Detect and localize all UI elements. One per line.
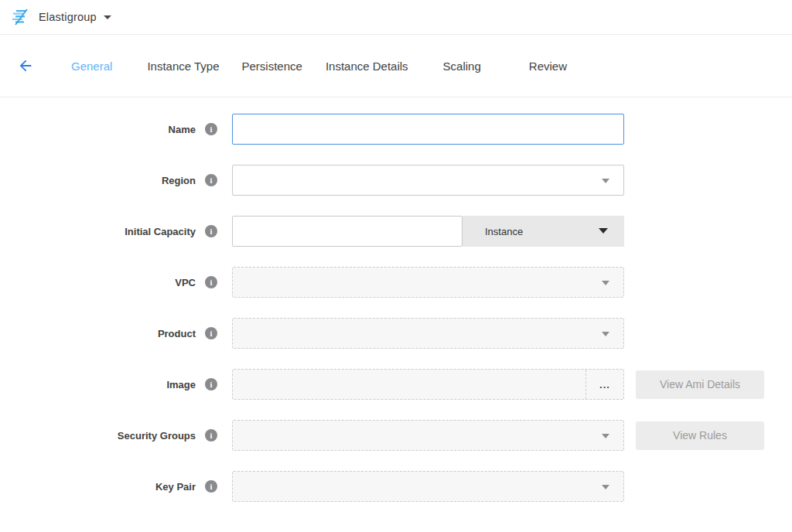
form-row-product: Product i: [0, 318, 792, 349]
form-row-initial-capacity: Initial Capacity i Instance: [0, 216, 792, 247]
chevron-down-icon: [602, 485, 609, 489]
general-settings-form: Name i Region i Initial Capacity i Insta…: [0, 97, 792, 502]
tab-instance-details[interactable]: Instance Details: [326, 60, 408, 73]
tab-review[interactable]: Review: [529, 60, 567, 73]
vpc-select[interactable]: [232, 267, 624, 298]
chevron-down-icon: [602, 332, 609, 336]
security-groups-select[interactable]: [232, 420, 624, 451]
image-browse-button[interactable]: ...: [585, 370, 623, 399]
chevron-down-icon: [602, 434, 609, 438]
initial-capacity-input[interactable]: [232, 216, 463, 247]
view-rules-button[interactable]: View Rules: [636, 421, 764, 450]
name-input[interactable]: [232, 114, 624, 145]
view-ami-details-button[interactable]: View Ami Details: [636, 370, 764, 399]
back-button[interactable]: [17, 57, 34, 74]
app-title: Elastigroup: [39, 11, 97, 23]
tab-general[interactable]: General: [71, 60, 112, 73]
product-select[interactable]: [232, 318, 624, 349]
form-row-region: Region i: [0, 165, 792, 196]
info-icon[interactable]: i: [205, 123, 217, 135]
form-row-key-pair: Key Pair i: [0, 471, 792, 502]
vpc-label: VPC: [175, 277, 196, 288]
info-icon[interactable]: i: [205, 429, 217, 442]
key-pair-label: Key Pair: [155, 481, 196, 493]
info-icon[interactable]: i: [205, 174, 217, 186]
wizard-tab-bar: General Instance Type Persistence Instan…: [0, 35, 792, 97]
security-groups-label: Security Groups: [118, 430, 196, 442]
region-label: Region: [162, 175, 196, 186]
elastigroup-logo-icon: [11, 9, 31, 26]
tab-persistence[interactable]: Persistence: [242, 60, 302, 73]
form-row-security-groups: Security Groups i View Rules: [0, 420, 792, 451]
form-row-image: Image i ... View Ami Details: [0, 369, 792, 400]
key-pair-select[interactable]: [232, 471, 624, 502]
image-input[interactable]: ...: [232, 369, 624, 400]
info-icon[interactable]: i: [205, 276, 217, 288]
tab-instance-type[interactable]: Instance Type: [147, 60, 219, 73]
elastigroup-product-switcher[interactable]: Elastigroup: [11, 9, 111, 26]
form-row-vpc: VPC i: [0, 267, 792, 298]
info-icon[interactable]: i: [205, 378, 217, 390]
capacity-unit-value: Instance: [485, 226, 523, 237]
product-label: Product: [158, 328, 196, 339]
chevron-down-icon: [602, 179, 609, 183]
wizard-tabs: General Instance Type Persistence Instan…: [71, 60, 567, 73]
capacity-unit-select[interactable]: Instance: [463, 216, 624, 247]
info-icon[interactable]: i: [205, 225, 217, 237]
top-bar: Elastigroup: [0, 0, 792, 35]
info-icon[interactable]: i: [205, 480, 217, 493]
name-label: Name: [169, 124, 196, 135]
initial-capacity-label: Initial Capacity: [125, 226, 196, 237]
chevron-down-icon: [104, 15, 111, 19]
chevron-down-icon: [602, 281, 609, 285]
tab-scaling[interactable]: Scaling: [443, 60, 481, 73]
form-row-name: Name i: [0, 114, 792, 145]
region-select[interactable]: [232, 165, 624, 196]
chevron-down-icon: [599, 228, 608, 234]
back-arrow-icon: [17, 57, 34, 74]
info-icon[interactable]: i: [205, 327, 217, 339]
image-label: Image: [166, 379, 196, 390]
